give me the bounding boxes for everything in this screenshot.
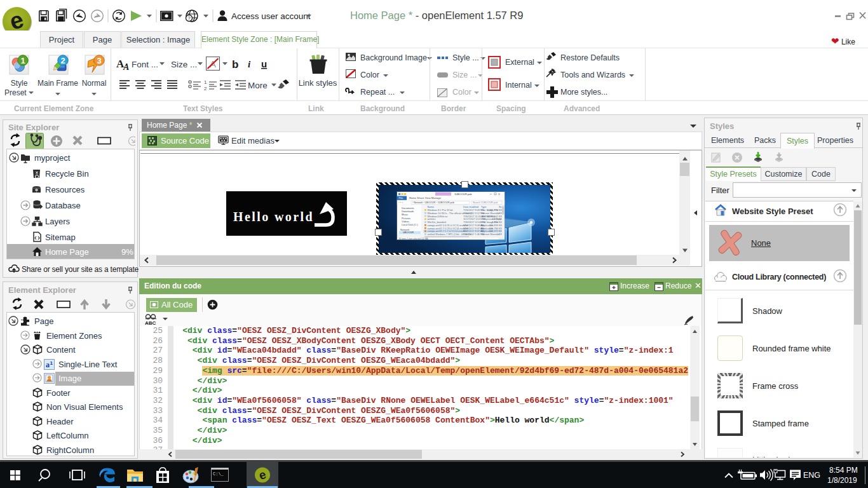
svg-text:2: 2 [60,56,65,65]
svg-text:i: i [248,59,251,69]
svg-text:u: u [261,58,267,69]
svg-text:?: ? [187,15,191,21]
svg-text:ABC: ABC [145,320,156,325]
svg-text:ENG: ENG [803,471,820,480]
svg-text:Access user account: Access user account [231,11,311,21]
svg-text:1: 1 [20,56,25,65]
svg-text:3: 3 [97,56,101,65]
svg-text:a: a [46,360,50,369]
svg-text:More: More [248,81,268,90]
svg-text:1: 1 [204,79,207,85]
svg-text:A: A [123,62,129,72]
svg-text:1/8/2019: 1/8/2019 [827,476,857,485]
svg-text:b: b [232,58,238,71]
svg-text:C:\_: C:\_ [213,471,224,477]
svg-text:Size ...: Size ... [171,60,197,69]
svg-text:Font ...: Font ... [132,60,158,69]
svg-text:8:54 PM: 8:54 PM [829,466,858,475]
svg-text:2: 2 [204,86,207,92]
svg-text:1: 1 [50,360,53,366]
